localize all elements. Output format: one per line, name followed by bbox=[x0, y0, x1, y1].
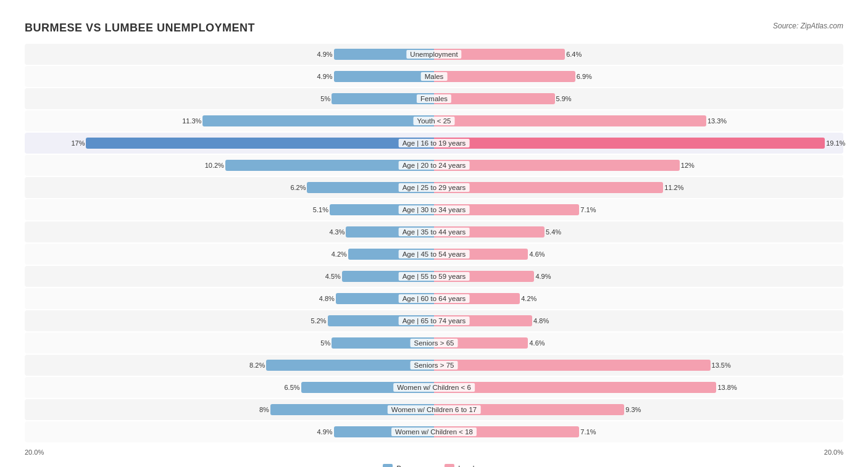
right-value: 13.5% bbox=[712, 362, 731, 369]
center-label: Age | 55 to 59 years bbox=[399, 272, 470, 281]
right-value: 5.4% bbox=[546, 228, 561, 236]
left-value: 6.2% bbox=[290, 184, 306, 191]
bar-row: Age | 20 to 24 years 10.2%12% bbox=[25, 155, 843, 176]
row-inner: Women w/ Children 6 to 17 8%9.3% bbox=[25, 399, 843, 420]
row-inner: Age | 35 to 44 years 4.3%5.4% bbox=[25, 221, 843, 242]
row-inner: Seniors > 75 8.2%13.5% bbox=[25, 355, 843, 376]
right-half bbox=[434, 44, 843, 65]
left-half bbox=[25, 399, 434, 420]
bar-row: Males 4.9%6.9% bbox=[25, 66, 843, 87]
bar-row: Age | 35 to 44 years 4.3%5.4% bbox=[25, 221, 843, 242]
pink-bar bbox=[434, 93, 555, 104]
right-half bbox=[434, 310, 843, 331]
center-label: Age | 25 to 29 years bbox=[399, 183, 470, 192]
right-value: 13.8% bbox=[717, 384, 737, 391]
row-inner: Unemployment 4.9%6.4% bbox=[25, 44, 843, 65]
legend-row: Burmese Lumbee bbox=[25, 464, 843, 467]
right-half bbox=[434, 266, 843, 287]
bar-row: Unemployment 4.9%6.4% bbox=[25, 44, 843, 65]
chart-title: BURMESE VS LUMBEE UNEMPLOYMENT bbox=[25, 22, 255, 35]
blue-bar bbox=[266, 360, 434, 371]
right-half bbox=[434, 110, 843, 131]
left-value: 6.5% bbox=[284, 384, 299, 391]
bar-row: Women w/ Children < 6 6.5%13.8% bbox=[25, 377, 843, 398]
pink-bar bbox=[434, 360, 711, 371]
left-half bbox=[25, 266, 434, 287]
left-value: 5.1% bbox=[313, 206, 328, 213]
row-inner: Women w/ Children < 18 4.9%7.1% bbox=[25, 421, 843, 442]
right-half bbox=[434, 88, 843, 109]
left-half bbox=[25, 133, 434, 154]
right-value: 13.3% bbox=[707, 117, 727, 125]
right-half bbox=[434, 421, 843, 442]
left-value: 4.9% bbox=[317, 428, 333, 436]
bar-row: Age | 45 to 54 years 4.2%4.6% bbox=[25, 244, 843, 265]
left-half bbox=[25, 377, 434, 398]
center-label: Youth < 25 bbox=[414, 117, 455, 125]
right-half bbox=[434, 199, 843, 220]
left-value: 4.8% bbox=[319, 295, 335, 302]
center-label: Seniors > 65 bbox=[411, 339, 458, 347]
right-value: 4.9% bbox=[535, 273, 551, 280]
bar-row: Age | 55 to 59 years 4.5%4.9% bbox=[25, 266, 843, 287]
right-half bbox=[434, 66, 843, 87]
row-inner: Youth < 25 11.3%13.3% bbox=[25, 110, 843, 131]
left-half bbox=[25, 88, 434, 109]
chart-container: BURMESE VS LUMBEE UNEMPLOYMENT Source: Z… bbox=[12, 12, 856, 467]
pink-bar bbox=[434, 160, 680, 171]
right-half bbox=[434, 355, 843, 376]
right-half bbox=[434, 377, 843, 398]
left-half bbox=[25, 288, 434, 309]
bar-row: Age | 30 to 34 years 5.1%7.1% bbox=[25, 199, 843, 220]
left-value: 4.2% bbox=[332, 250, 347, 258]
chart-source: Source: ZipAtlas.com bbox=[773, 22, 843, 30]
right-half bbox=[434, 177, 843, 198]
bar-row: Women w/ Children 6 to 17 8%9.3% bbox=[25, 399, 843, 420]
row-inner: Males 4.9%6.9% bbox=[25, 66, 843, 87]
bar-row: Age | 25 to 29 years 6.2%11.2% bbox=[25, 177, 843, 198]
left-value: 4.9% bbox=[317, 51, 333, 58]
legend-lumbee-box bbox=[444, 464, 454, 467]
row-inner: Age | 45 to 54 years 4.2%4.6% bbox=[25, 244, 843, 265]
right-value: 6.9% bbox=[577, 73, 592, 80]
row-inner: Seniors > 65 5%4.6% bbox=[25, 333, 843, 353]
left-value: 10.2% bbox=[205, 162, 224, 169]
right-half bbox=[434, 244, 843, 265]
legend-burmese-label: Burmese bbox=[396, 465, 426, 467]
center-label: Women w/ Children < 6 bbox=[393, 383, 475, 392]
left-half bbox=[25, 221, 434, 242]
left-half bbox=[25, 421, 434, 442]
left-value: 5% bbox=[320, 339, 330, 347]
left-half bbox=[25, 199, 434, 220]
center-label: Seniors > 75 bbox=[411, 361, 458, 370]
center-label: Age | 35 to 44 years bbox=[399, 228, 470, 236]
row-inner: Females 5%5.9% bbox=[25, 88, 843, 109]
left-value: 5.2% bbox=[311, 317, 327, 324]
left-half bbox=[25, 310, 434, 331]
row-inner: Age | 65 to 74 years 5.2%4.8% bbox=[25, 310, 843, 331]
blue-bar bbox=[86, 138, 434, 149]
right-value: 6.4% bbox=[566, 51, 582, 58]
left-half bbox=[25, 44, 434, 65]
center-label: Females bbox=[417, 94, 451, 103]
right-value: 5.9% bbox=[556, 95, 572, 102]
chart-body: Unemployment 4.9%6.4% Males 4.9%6.9% Fem… bbox=[25, 44, 843, 442]
axis-right: 20.0% bbox=[824, 448, 843, 456]
left-half bbox=[25, 177, 434, 198]
right-half bbox=[434, 333, 843, 353]
left-half bbox=[25, 333, 434, 353]
row-inner: Age | 25 to 29 years 6.2%11.2% bbox=[25, 177, 843, 198]
left-value: 17% bbox=[71, 139, 85, 147]
bar-row: Seniors > 65 5%4.6% bbox=[25, 333, 843, 353]
center-label: Age | 45 to 54 years bbox=[399, 250, 470, 258]
center-label: Age | 20 to 24 years bbox=[399, 161, 470, 170]
center-label: Age | 30 to 34 years bbox=[399, 205, 470, 214]
right-half bbox=[434, 133, 843, 154]
left-value: 4.3% bbox=[329, 228, 344, 236]
right-half bbox=[434, 155, 843, 176]
right-value: 4.6% bbox=[529, 250, 545, 258]
legend-lumbee-label: Lumbee bbox=[458, 465, 485, 467]
center-label: Age | 16 to 19 years bbox=[399, 139, 470, 147]
right-value: 12% bbox=[681, 162, 695, 169]
right-value: 4.2% bbox=[521, 295, 536, 302]
